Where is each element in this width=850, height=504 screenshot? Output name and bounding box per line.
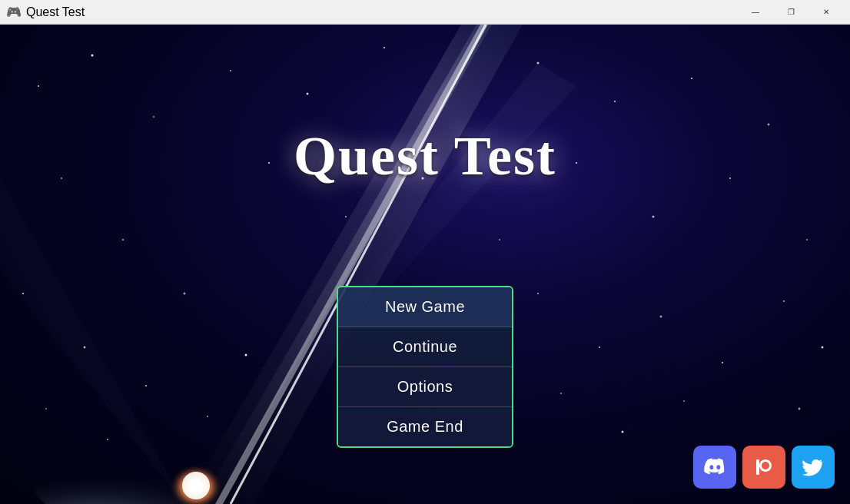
svg-point-15 xyxy=(345,216,347,217)
svg-point-30 xyxy=(722,362,723,363)
close-button[interactable]: ✕ xyxy=(808,0,844,25)
twitter-button[interactable] xyxy=(792,446,835,489)
svg-point-25 xyxy=(207,416,208,417)
svg-point-9 xyxy=(691,78,692,79)
titlebar-controls: — ❐ ✕ xyxy=(738,0,844,25)
svg-point-1 xyxy=(91,55,94,57)
svg-point-32 xyxy=(822,346,824,349)
options-button[interactable]: Options xyxy=(338,367,512,407)
svg-point-2 xyxy=(153,116,154,118)
svg-point-0 xyxy=(38,85,39,87)
minimize-button[interactable]: — xyxy=(738,0,773,25)
svg-point-36 xyxy=(622,431,624,433)
svg-point-21 xyxy=(806,239,808,240)
discord-button[interactable] xyxy=(693,446,736,489)
svg-point-37 xyxy=(683,400,685,402)
svg-point-24 xyxy=(145,385,147,386)
svg-point-5 xyxy=(383,47,385,48)
game-title: Quest Test xyxy=(0,124,850,188)
game-end-button[interactable]: Game End xyxy=(338,407,512,446)
svg-point-4 xyxy=(307,93,309,95)
svg-point-13 xyxy=(184,293,186,295)
titlebar-left: 🎮 Quest Test xyxy=(6,5,85,19)
titlebar: 🎮 Quest Test — ❐ ✕ xyxy=(0,0,850,25)
svg-point-33 xyxy=(45,408,47,410)
maximize-button[interactable]: ❐ xyxy=(773,0,808,25)
svg-point-19 xyxy=(652,216,655,218)
main-menu: New Game Continue Options Game End xyxy=(337,286,513,448)
svg-point-17 xyxy=(499,239,500,240)
svg-point-49 xyxy=(188,478,204,493)
svg-rect-50 xyxy=(756,459,759,475)
svg-point-39 xyxy=(799,408,801,410)
svg-point-3 xyxy=(230,70,231,71)
social-icons xyxy=(693,446,835,489)
svg-point-29 xyxy=(660,316,662,318)
app-icon: 🎮 xyxy=(6,5,22,19)
svg-point-35 xyxy=(560,393,562,394)
svg-point-27 xyxy=(537,293,539,294)
svg-point-12 xyxy=(122,239,124,240)
svg-point-31 xyxy=(783,300,785,302)
svg-point-28 xyxy=(599,346,600,348)
svg-point-26 xyxy=(245,354,247,356)
continue-button[interactable]: Continue xyxy=(338,327,512,367)
svg-point-8 xyxy=(614,101,616,102)
game-area: Quest Test New Game Continue Options Gam… xyxy=(0,25,850,504)
new-game-button[interactable]: New Game xyxy=(338,287,512,327)
titlebar-title: Quest Test xyxy=(26,5,85,19)
patreon-button[interactable] xyxy=(742,446,785,489)
